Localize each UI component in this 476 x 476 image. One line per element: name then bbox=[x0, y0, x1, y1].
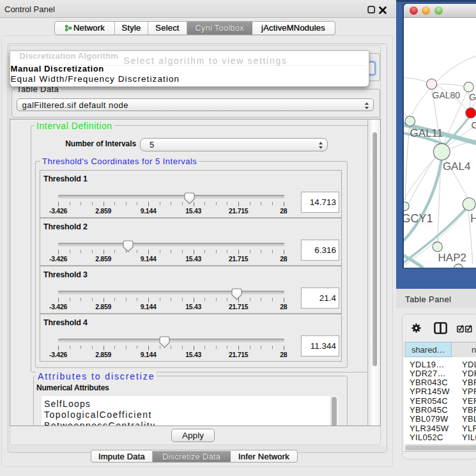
svg-text:GAL11: GAL11 bbox=[410, 127, 443, 139]
svg-text:HAP2: HAP2 bbox=[438, 252, 466, 264]
svg-text:GCY1: GCY1 bbox=[404, 212, 433, 225]
svg-text:GAL4: GAL4 bbox=[442, 160, 470, 173]
svg-text:GAL80: GAL80 bbox=[432, 90, 460, 100]
svg-text:C: C bbox=[471, 119, 476, 130]
svg-text:H: H bbox=[470, 212, 476, 225]
svg-text:GA: GA bbox=[469, 92, 476, 102]
